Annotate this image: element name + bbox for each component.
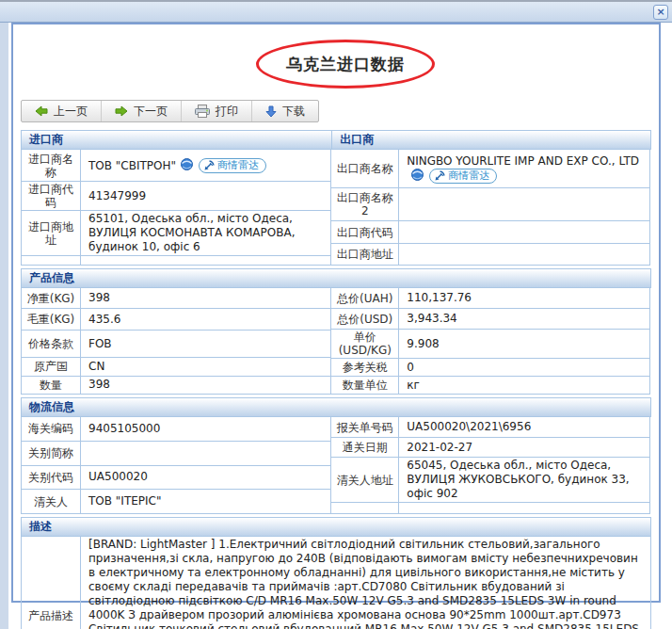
radar-badge[interactable]: 商情雷达 — [199, 158, 266, 173]
product-description-value: [BRAND: LightMaster ] 1.Електричний світ… — [81, 537, 651, 629]
title-area: 乌克兰进口数据 — [13, 40, 659, 89]
exporter-code-label: 出口商代码 — [331, 221, 399, 244]
importer-name-value: ТОВ "СВІТРОН" — [88, 158, 176, 171]
total-uah-value: 110,137.76 — [399, 288, 650, 309]
exporter-address-label: 出口商地址 — [331, 244, 399, 266]
exporter-name-label: 出口商名称 — [331, 150, 399, 188]
total-usd-label: 总价(USD) — [331, 309, 399, 330]
product-section-title: 产品信息 — [22, 270, 650, 286]
table-row: 报关单号码 UA500020\2021\6956 — [331, 417, 650, 438]
trade-record-dialog: 乌克兰进口数据 上一页 下一页 打印 — [11, 23, 661, 603]
toolbar: 上一页 下一页 打印 下载 — [21, 100, 319, 122]
ref-tariff-label: 参考关税 — [331, 359, 399, 377]
section-logistics: 物流信息 海关编码 9405105000 关别简称 — [21, 397, 651, 514]
empty-value — [81, 256, 331, 266]
logistics-table-left: 海关编码 9405105000 关别简称 关别代码 UA500020 清关 — [21, 416, 331, 514]
table-row: 总价(USD) 3,943.34 — [331, 309, 650, 330]
exporter-name-cell: NINGBO YOURLITE IMP AND EXP CO., LTD商情雷达 — [399, 150, 650, 188]
hs-code-value: 9405105000 — [81, 417, 331, 442]
section-product: 产品信息 净重(KG) 398 毛重(KG) 435.6 — [21, 268, 651, 395]
empty-label — [22, 256, 81, 266]
table-row: 原产国 CN — [22, 358, 331, 376]
exporter-table: 出口商名称 NINGBO YOURLITE IMP AND EXP CO., L… — [330, 149, 650, 266]
table-row: 出口商代码 — [331, 221, 650, 244]
total-uah-label: 总价(UAH) — [331, 288, 399, 309]
table-row: 出口商名称2 — [331, 188, 650, 221]
table-row: 净重(KG) 398 — [22, 288, 331, 309]
unit-price-label: 单价 (USD/KG) — [331, 330, 399, 359]
logistics-table-right: 报关单号码 UA500020\2021\6956 通关日期 2021-02-27… — [330, 416, 650, 514]
importer-section-title: 进口商 — [22, 132, 331, 148]
exporter-name-value: NINGBO YOURLITE IMP AND EXP CO., LTD — [407, 154, 639, 168]
declaration-no-value: UA500020\2021\6956 — [399, 417, 650, 438]
prev-page-label: 上一页 — [54, 104, 88, 120]
table-row: 总价(UAH) 110,137.76 — [331, 288, 650, 309]
unit-price-value: 9.908 — [399, 330, 650, 359]
radar-icon — [434, 170, 445, 182]
product-table-left: 净重(KG) 398 毛重(KG) 435.6 价格条款 FOB 原产国 — [21, 287, 331, 395]
product-body: 净重(KG) 398 毛重(KG) 435.6 价格条款 FOB 原产国 — [21, 288, 651, 395]
arrow-left-icon — [35, 105, 48, 117]
clearance-date-label: 通关日期 — [331, 438, 399, 458]
section-parties: 进口商 出口商 进口商名称 ТОВ "СВІТРОН"商情雷达 进口商 — [21, 130, 651, 266]
table-row: 毛重(KG) 435.6 — [22, 309, 331, 330]
left-frame-strip — [0, 23, 8, 629]
section-description: 描述 产品描述 [BRAND: LightMaster ] 1.Електрич… — [21, 517, 651, 629]
close-button[interactable]: × — [653, 5, 668, 20]
download-label: 下载 — [282, 104, 305, 120]
customs-code-value: UA500020 — [81, 465, 331, 490]
prev-page-button[interactable]: 上一页 — [22, 101, 102, 121]
importer-name-cell: ТОВ "СВІТРОН"商情雷达 — [81, 150, 331, 182]
table-row: 出口商地址 — [331, 244, 650, 266]
total-usd-value: 3,943.34 — [399, 309, 650, 330]
printer-icon — [195, 105, 210, 118]
product-table-right: 总价(UAH) 110,137.76 总价(USD) 3,943.34 单价 (… — [330, 287, 650, 395]
description-table: 产品描述 [BRAND: LightMaster ] 1.Електричний… — [21, 536, 651, 629]
quantity-unit-value: кг — [399, 377, 650, 395]
table-row: 参考关税 0 — [331, 359, 650, 377]
importer-address-value: 65101, Одеська обл., місто Одеса, ВУЛИЦЯ… — [81, 211, 331, 256]
importer-code-value: 41347999 — [81, 182, 331, 211]
empty-value — [399, 503, 650, 514]
exporter-name2-value — [399, 188, 650, 221]
net-weight-value: 398 — [81, 288, 331, 309]
print-button[interactable]: 打印 — [182, 101, 252, 121]
quantity-label: 数量 — [22, 376, 81, 394]
customs-abbr-value — [81, 441, 331, 465]
radar-icon — [203, 160, 215, 171]
globe-icon[interactable] — [181, 158, 193, 170]
broker-address-label: 清关人地址 — [331, 458, 399, 503]
declaration-no-label: 报关单号码 — [331, 417, 399, 438]
gross-weight-label: 毛重(KG) — [22, 309, 81, 330]
incoterm-value: FOB — [81, 330, 331, 358]
parties-body: 进口商名称 ТОВ "СВІТРОН"商情雷达 进口商代码 41347999 进… — [21, 150, 651, 266]
table-row — [22, 256, 331, 266]
importer-address-label: 进口商地址 — [22, 211, 81, 256]
globe-icon[interactable] — [411, 169, 424, 181]
importer-code-label: 进口商代码 — [22, 182, 81, 211]
radar-badge[interactable]: 商情雷达 — [429, 169, 497, 184]
table-row: 进口商名称 ТОВ "СВІТРОН"商情雷达 — [22, 150, 331, 182]
customs-broker-label: 清关人 — [22, 490, 81, 514]
quantity-value: 398 — [81, 376, 331, 394]
window-titlebar: × — [0, 0, 672, 23]
table-row: 进口商地址 65101, Одеська обл., місто Одеса, … — [22, 211, 331, 256]
gross-weight-value: 435.6 — [81, 309, 331, 330]
incoterm-label: 价格条款 — [22, 330, 81, 358]
origin-country-value: CN — [81, 358, 331, 376]
table-row: 清关人地址 65045, Одеська обл., місто Одеса, … — [331, 458, 650, 503]
description-section-title: 描述 — [22, 519, 650, 535]
screen: × 乌克兰进口数据 上一页 下一页 — [0, 0, 672, 629]
net-weight-label: 净重(KG) — [22, 288, 81, 309]
radar-badge-label: 商情雷达 — [448, 169, 489, 183]
table-row: 价格条款 FOB — [22, 330, 331, 358]
download-button[interactable]: 下载 — [252, 101, 318, 121]
logistics-header: 物流信息 — [21, 397, 651, 417]
customs-broker-value: ТОВ "ІТЕРІС" — [81, 490, 331, 514]
radar-badge-label: 商情雷达 — [217, 158, 259, 172]
logistics-section-title: 物流信息 — [22, 399, 650, 415]
table-row: 关别代码 UA500020 — [22, 465, 331, 490]
product-header: 产品信息 — [21, 268, 651, 288]
next-page-button[interactable]: 下一页 — [102, 101, 182, 121]
next-page-label: 下一页 — [134, 104, 168, 120]
